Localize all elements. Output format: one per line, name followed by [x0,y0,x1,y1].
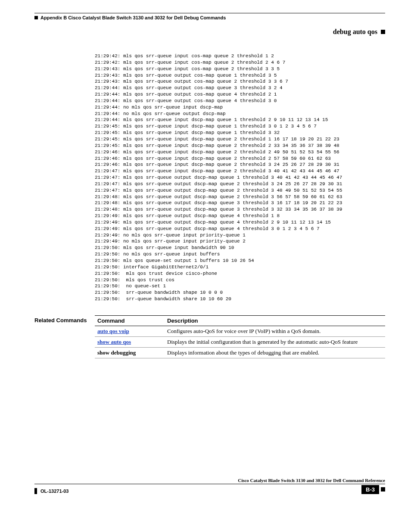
table-header-description: Description [165,315,385,326]
related-commands-label: Related Commands [34,315,95,324]
header-left-text: Appendix B Cisco Catalyst Blade Switch 3… [40,15,226,20]
cli-output: 21:29:42: mls qos srr-queue input cos-ma… [95,53,385,302]
command-cell: show debugging [95,347,165,358]
related-commands-table: Command Description auto qos voipConfigu… [95,315,385,358]
table-row: auto qos voipConfigures auto-QoS for voi… [95,326,385,336]
footer-left-marker-icon [34,488,37,494]
table-row: show auto qosDisplays the initial config… [95,336,385,347]
header-left-marker-icon [34,16,38,19]
command-link[interactable]: show auto qos [97,339,131,345]
related-commands-section: Related Commands Command Description aut… [34,315,385,358]
header-right-text: debug auto qos [333,28,377,36]
header-left: Appendix B Cisco Catalyst Blade Switch 3… [34,15,226,20]
page: Appendix B Cisco Catalyst Blade Switch 3… [0,0,411,506]
command-cell: show auto qos [95,336,165,347]
description-cell: Displays the initial configuration that … [165,336,385,347]
top-rule [34,13,385,13]
header-right: debug auto qos [34,21,385,36]
footer-right-marker-icon [381,487,385,492]
footer-left: OL-13271-03 [34,485,68,494]
description-cell: Displays information about the types of … [165,347,385,358]
footer-title: Cisco Catalyst Blade Switch 3130 and 303… [34,478,385,484]
table-header-command: Command [95,315,165,326]
page-number-badge: B-3 [361,485,379,494]
header-right-marker-icon [381,30,385,34]
command-cell: auto qos voip [95,326,165,336]
command-link[interactable]: auto qos voip [97,328,129,334]
page-footer: Cisco Catalyst Blade Switch 3130 and 303… [34,478,385,494]
running-header: Appendix B Cisco Catalyst Blade Switch 3… [34,15,385,20]
description-cell: Configures auto-QoS for voice over IP (V… [165,326,385,336]
table-row: show debuggingDisplays information about… [95,347,385,358]
footer-doc-id: OL-13271-03 [40,488,68,494]
